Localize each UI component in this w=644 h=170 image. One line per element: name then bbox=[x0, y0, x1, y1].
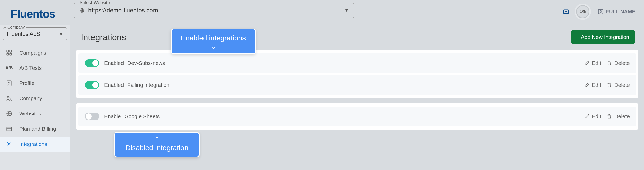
svg-point-10 bbox=[7, 96, 9, 98]
svg-rect-5 bbox=[10, 50, 12, 52]
company-selector[interactable]: Company Fluentos ApS ▼ bbox=[3, 27, 67, 40]
state-label: Enabled bbox=[104, 60, 124, 66]
delete-button[interactable]: Delete bbox=[607, 113, 630, 120]
arrow-down-icon: ⌄ bbox=[179, 44, 248, 49]
integrations-icon bbox=[6, 141, 13, 148]
toggle-switch[interactable] bbox=[85, 59, 99, 67]
svg-point-11 bbox=[10, 97, 11, 98]
user-name: FULL NAME bbox=[606, 9, 635, 15]
page-header: Integrations + Add New Integration bbox=[75, 25, 639, 49]
company-icon bbox=[6, 95, 13, 102]
trash-icon bbox=[607, 114, 612, 119]
integration-name: Failing integration bbox=[127, 82, 170, 88]
toggle-switch[interactable] bbox=[85, 113, 99, 120]
sidebar-item-ab-tests[interactable]: A/B A/B Tests bbox=[0, 60, 70, 76]
arrow-up-icon: ⌃ bbox=[122, 137, 192, 142]
integration-row: Enable Google Sheets Edit Delete bbox=[78, 107, 636, 126]
billing-icon bbox=[6, 125, 13, 132]
progress-indicator[interactable]: 1% bbox=[576, 5, 589, 18]
enabled-integrations-group: Enabled Dev-Subs-news Edit Delete Enable… bbox=[76, 50, 638, 98]
sidebar-item-label: Company bbox=[19, 95, 42, 101]
disabled-integrations-group: Enable Google Sheets Edit Delete bbox=[76, 103, 638, 130]
integration-name: Google Sheets bbox=[124, 113, 160, 120]
svg-rect-13 bbox=[7, 127, 12, 131]
company-selector-label: Company bbox=[6, 25, 26, 30]
state-label: Enable bbox=[104, 113, 121, 120]
chevron-down-icon: ▼ bbox=[344, 8, 349, 13]
sidebar: Company Fluentos ApS ▼ Campaigns A/B A/B… bbox=[0, 25, 70, 170]
svg-rect-4 bbox=[7, 50, 9, 52]
topbar: Fluentos Select Website https://demo.flu… bbox=[0, 0, 644, 22]
pencil-icon bbox=[584, 82, 590, 88]
edit-button[interactable]: Edit bbox=[584, 60, 601, 66]
row-actions: Edit Delete bbox=[584, 82, 630, 88]
state-label: Enabled bbox=[104, 82, 124, 88]
delete-button[interactable]: Delete bbox=[607, 60, 630, 66]
company-value: Fluentos ApS bbox=[7, 31, 40, 37]
websites-icon bbox=[6, 110, 13, 117]
sidebar-item-websites[interactable]: Websites bbox=[0, 106, 70, 121]
pencil-icon bbox=[584, 114, 590, 119]
row-actions: Edit Delete bbox=[584, 113, 630, 120]
sidebar-item-label: Profile bbox=[19, 80, 35, 86]
edit-button[interactable]: Edit bbox=[584, 113, 601, 120]
chevron-down-icon: ▼ bbox=[59, 32, 63, 36]
pencil-icon bbox=[584, 60, 590, 66]
svg-point-3 bbox=[600, 10, 601, 12]
svg-rect-2 bbox=[598, 9, 603, 14]
integration-row: Enabled Failing integration Edit Delete bbox=[78, 75, 636, 95]
user-menu[interactable]: FULL NAME bbox=[593, 6, 639, 17]
website-selector[interactable]: Select Website https://demo.fluentos.com… bbox=[74, 3, 354, 18]
edit-button[interactable]: Edit bbox=[584, 82, 601, 88]
sidebar-item-plan-billing[interactable]: Plan and Billing bbox=[0, 121, 70, 137]
svg-point-14 bbox=[8, 143, 10, 145]
sidebar-item-label: Campaigns bbox=[19, 50, 46, 56]
ab-tests-icon: A/B bbox=[6, 64, 13, 72]
callout-enabled: Enabled integrations ⌄ bbox=[171, 29, 256, 54]
svg-rect-6 bbox=[7, 53, 9, 55]
trash-icon bbox=[607, 60, 612, 66]
svg-rect-7 bbox=[10, 53, 12, 55]
integration-name: Dev-Subs-news bbox=[127, 60, 165, 66]
user-icon bbox=[597, 9, 604, 15]
sidebar-item-label: Integrations bbox=[19, 141, 47, 147]
campaigns-icon bbox=[6, 49, 13, 56]
page-title: Integrations bbox=[81, 32, 126, 42]
top-right-controls: 1% FULL NAME bbox=[560, 5, 639, 18]
toggle-switch[interactable] bbox=[85, 81, 99, 89]
sidebar-item-campaigns[interactable]: Campaigns bbox=[0, 45, 70, 60]
sidebar-item-company[interactable]: Company bbox=[0, 91, 70, 106]
svg-point-9 bbox=[8, 82, 10, 83]
trash-icon bbox=[607, 82, 612, 88]
delete-button[interactable]: Delete bbox=[607, 82, 630, 88]
website-url: https://demo.fluentos.com bbox=[88, 7, 158, 14]
globe-icon bbox=[79, 8, 85, 13]
callout-disabled: ⌃ Disabled integration bbox=[114, 132, 200, 157]
row-actions: Edit Delete bbox=[584, 60, 630, 66]
brand-logo: Fluentos bbox=[11, 8, 55, 20]
sidebar-item-label: Websites bbox=[19, 111, 41, 117]
mail-button[interactable] bbox=[560, 6, 572, 18]
profile-icon bbox=[6, 80, 13, 87]
sidebar-item-label: Plan and Billing bbox=[19, 126, 56, 132]
add-integration-button[interactable]: + Add New Integration bbox=[571, 30, 635, 44]
sidebar-item-integrations[interactable]: Integrations bbox=[0, 137, 70, 152]
sidebar-item-profile[interactable]: Profile bbox=[0, 76, 70, 91]
integration-row: Enabled Dev-Subs-news Edit Delete bbox=[78, 53, 636, 73]
website-selector-label: Select Website bbox=[78, 0, 112, 5]
sidebar-item-label: A/B Tests bbox=[19, 65, 42, 71]
